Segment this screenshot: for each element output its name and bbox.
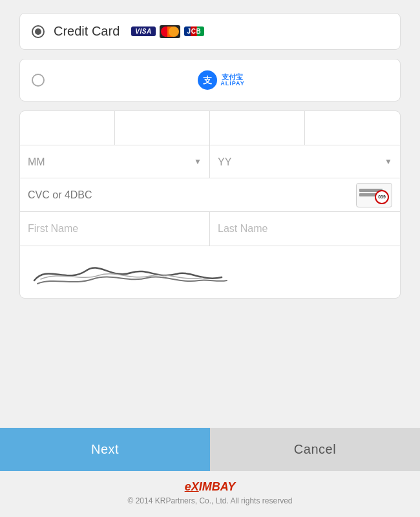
card-number-2[interactable] xyxy=(123,120,202,132)
expiry-year-wrapper: YY 141516 171819 202122 232425 ▼ xyxy=(210,145,400,178)
card-segment-4 xyxy=(305,111,400,145)
signature-svg xyxy=(28,255,228,290)
eximbay-imbay: IMBAY xyxy=(199,480,236,494)
alipay-radio[interactable] xyxy=(32,74,45,87)
credit-card-option[interactable]: Credit Card VISA JCB xyxy=(19,13,401,50)
last-name-field xyxy=(210,212,400,246)
cancel-button[interactable]: Cancel xyxy=(210,428,420,471)
card-number-4[interactable] xyxy=(313,120,392,132)
alipay-text: 支付宝 ALIPAY xyxy=(220,73,245,87)
credit-card-label: Credit Card xyxy=(54,24,120,39)
card-segment-1 xyxy=(20,111,115,145)
card-number-row xyxy=(20,111,400,145)
visa-logo: VISA xyxy=(131,26,155,36)
cvc-badge: 039 xyxy=(375,190,389,204)
jcb-logo: JCB xyxy=(184,26,205,36)
signature-area[interactable] xyxy=(20,246,400,298)
name-row xyxy=(20,212,400,246)
svg-text:支: 支 xyxy=(202,75,213,85)
expiry-year-select[interactable]: YY 141516 171819 202122 232425 xyxy=(218,156,392,167)
next-button[interactable]: Next xyxy=(0,428,210,471)
footer: eXIMBAY © 2014 KRPartners, Co., Ltd. All… xyxy=(0,471,420,517)
expiry-row: MM 010203 040506 070809 101112 ▼ YY 1415… xyxy=(20,145,400,178)
footer-copyright: © 2014 KRPartners, Co., Ltd. All rights … xyxy=(0,496,420,505)
first-name-input[interactable] xyxy=(28,223,202,235)
cvc-input[interactable] xyxy=(28,189,350,201)
alipay-option[interactable]: 支 支付宝 ALIPAY xyxy=(19,59,401,101)
card-number-1[interactable] xyxy=(28,120,107,132)
expiry-month-wrapper: MM 010203 040506 070809 101112 ▼ xyxy=(20,145,210,178)
first-name-field xyxy=(20,212,210,246)
alipay-logo: 支 支付宝 ALIPAY xyxy=(197,70,245,90)
cvc-row: 039 xyxy=(20,178,400,212)
cvc-icon: 039 xyxy=(356,183,392,207)
credit-card-radio[interactable] xyxy=(32,25,45,38)
credit-card-form: MM 010203 040506 070809 101112 ▼ YY 1415… xyxy=(19,111,401,299)
mastercard-logo xyxy=(160,25,180,38)
eximbay-brand: eXIMBAY xyxy=(0,480,420,496)
card-number-3[interactable] xyxy=(218,120,297,132)
alipay-icon: 支 xyxy=(197,70,218,90)
card-segment-3 xyxy=(210,111,305,145)
expiry-month-select[interactable]: MM 010203 040506 070809 101112 xyxy=(28,156,202,167)
bottom-buttons: Next Cancel xyxy=(0,428,420,471)
card-segment-2 xyxy=(115,111,210,145)
eximbay-ex: eX xyxy=(185,480,199,494)
last-name-input[interactable] xyxy=(218,223,392,235)
card-logos: VISA JCB xyxy=(131,25,204,38)
